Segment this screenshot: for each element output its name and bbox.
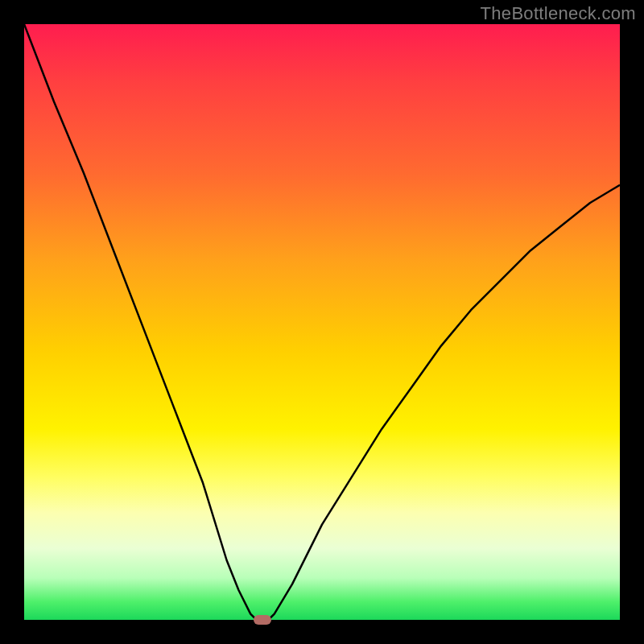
watermark-text: TheBottleneck.com <box>481 3 636 24</box>
chart-frame: TheBottleneck.com <box>0 0 644 644</box>
plot-area <box>24 24 620 620</box>
optimal-point-marker <box>254 615 271 625</box>
bottleneck-curve <box>24 24 620 620</box>
